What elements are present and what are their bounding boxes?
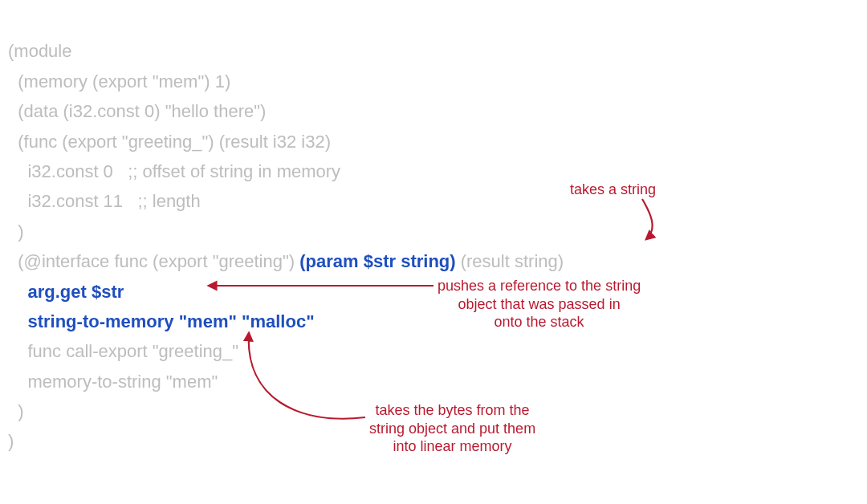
code-block: (module (memory (export "mem") 1) (data … — [8, 6, 564, 457]
code-highlight-param: (param $str string) — [299, 251, 455, 271]
code-line: i32.const 0 ;; offset of string in memor… — [8, 161, 340, 181]
code-line-suffix: (result string) — [456, 251, 564, 271]
code-line: (func (export "greeting_") (result i32 i… — [8, 132, 331, 152]
code-line: func call-export "greeting_" — [8, 341, 238, 361]
code-line: (memory (export "mem") 1) — [8, 71, 230, 91]
annotation-pushes-reference: pushes a reference to the string object … — [438, 277, 641, 331]
code-line: ) — [8, 431, 14, 451]
code-line: i32.const 11 ;; length — [8, 191, 201, 211]
code-highlight-arg: arg.get $str — [8, 282, 124, 302]
arrow-takes-string — [642, 199, 653, 239]
annotation-takes-string: takes a string — [570, 181, 656, 199]
code-line: memory-to-string "mem" — [8, 372, 218, 392]
code-line: (module — [8, 41, 71, 61]
code-line: ) — [8, 401, 24, 421]
code-line-prefix: (@interface func (export "greeting") — [8, 251, 299, 271]
annotation-takes-bytes: takes the bytes from the string object a… — [369, 401, 535, 456]
code-line: ) — [8, 222, 24, 242]
code-highlight-stm: string-to-memory "mem" "malloc" — [8, 311, 315, 331]
code-line: (data (i32.const 0) "hello there") — [8, 101, 266, 121]
